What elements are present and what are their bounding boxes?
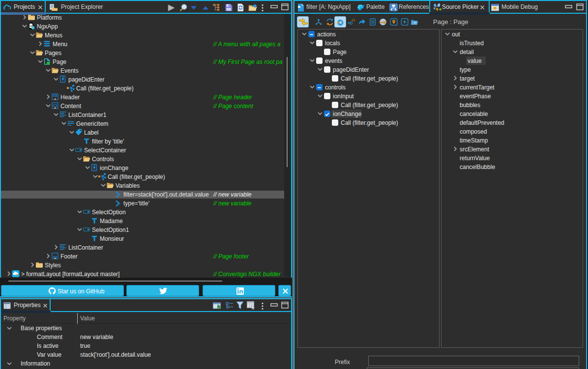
svg-text:?: ? [414,21,416,25]
